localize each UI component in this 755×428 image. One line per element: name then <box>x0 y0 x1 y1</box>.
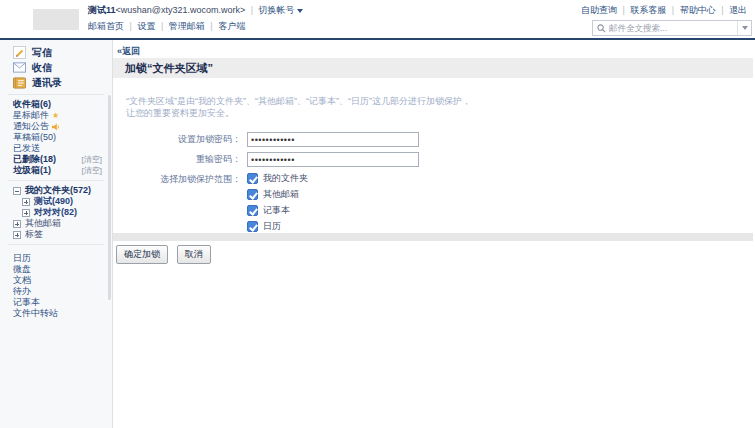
folder-sent[interactable]: 已发送 <box>0 143 112 154</box>
search-input[interactable] <box>609 23 737 33</box>
folder-label: 收件箱(6) <box>13 99 51 110</box>
separator: | <box>721 5 723 15</box>
lock-password-input[interactable] <box>247 132 419 147</box>
app-label: 微盘 <box>13 264 31 274</box>
checkbox-label: 我的文件夹 <box>263 172 308 185</box>
checkbox-checked-icon[interactable] <box>247 221 258 232</box>
sidebar-item-documents[interactable]: 文档 <box>0 275 112 286</box>
sidebar-item-file-transfer[interactable]: 文件中转站 <box>0 308 112 319</box>
folder-deleted[interactable]: 已删除(18) [清空] <box>0 154 112 165</box>
folder-label: 草稿箱(50) <box>13 132 56 143</box>
tree-my-folders[interactable]: 我的文件夹(572) <box>0 185 112 196</box>
separator: | <box>161 21 163 31</box>
folder-starred[interactable]: 星标邮件 <box>0 110 112 121</box>
check-mail-button[interactable]: 收信 <box>0 60 112 75</box>
account-address: <wushan@xty321.wocom.work> <box>116 5 246 15</box>
cancel-button[interactable]: 取消 <box>177 245 211 264</box>
app-label: 待办 <box>13 286 31 296</box>
mail-envelope-icon <box>13 62 26 73</box>
checkbox-notepad[interactable]: 记事本 <box>247 204 308 217</box>
nav-client-link[interactable]: 客户端 <box>218 21 245 31</box>
sidebar-item-notepad[interactable]: 记事本 <box>0 297 112 308</box>
nav-mail-home-link[interactable]: 邮箱首页 <box>88 21 124 31</box>
webmail-app: 测试11<wushan@xty321.wocom.work> | 切换帐号 邮箱… <box>0 0 755 428</box>
empty-deleted-link[interactable]: [清空] <box>82 154 102 165</box>
protect-range-label: 选择加锁保护范围： <box>113 172 247 236</box>
speaker-icon <box>52 123 60 131</box>
confirm-lock-button[interactable]: 确定加锁 <box>116 245 168 264</box>
app-label: 文档 <box>13 275 31 285</box>
tree-other-mailboxes[interactable]: 其他邮箱 <box>0 218 112 229</box>
tree-label: 我的文件夹(572) <box>25 185 91 196</box>
divider <box>8 94 104 95</box>
folder-label: 已删除(18) <box>13 154 56 165</box>
separator: | <box>622 5 624 15</box>
protect-range-options: 我的文件夹 其他邮箱 记事本 日历 <box>247 172 308 236</box>
empty-spam-link[interactable]: [清空] <box>82 165 102 176</box>
check-mail-label: 收信 <box>32 61 52 75</box>
password-label: 设置加锁密码： <box>113 132 247 147</box>
expand-icon[interactable] <box>13 220 21 228</box>
expand-icon[interactable] <box>22 209 30 217</box>
account-name: 测试11 <box>88 5 116 15</box>
expand-icon[interactable] <box>22 198 30 206</box>
checkbox-checked-icon[interactable] <box>247 173 258 184</box>
tree-folder-test[interactable]: 测试(490) <box>0 196 112 207</box>
star-icon <box>49 110 59 121</box>
checkbox-label: 其他邮箱 <box>263 188 299 201</box>
nav-settings-link[interactable]: 设置 <box>137 21 155 31</box>
sidebar-item-weipan[interactable]: 微盘 <box>0 264 112 275</box>
app-list: 日历 微盘 文档 待办 记事本 文件中转站 <box>0 253 112 319</box>
tree-folder-duiduidui[interactable]: 对对对(82) <box>0 207 112 218</box>
description-text: “文件夹区域”是由“我的文件夹”、“其他邮箱”、“记事本”、“日历”这几部分进行… <box>126 95 476 119</box>
folder-label: 星标邮件 <box>13 110 49 121</box>
search-box[interactable] <box>592 20 752 36</box>
lock-form: 设置加锁密码： 重输密码： 选择加锁保护范围： 我的文件夹 <box>113 132 755 236</box>
separator: | <box>130 21 132 31</box>
app-label: 日历 <box>13 253 31 263</box>
folder-drafts[interactable]: 草稿箱(50) <box>0 132 112 143</box>
top-right-links: 自助查询 | 联系客服 | 帮助中心 | 退出 <box>581 4 747 17</box>
contacts-button[interactable]: 通讯录 <box>0 75 112 90</box>
help-center-link[interactable]: 帮助中心 <box>680 5 716 15</box>
confirm-password-label: 重输密码： <box>113 152 247 167</box>
expand-icon[interactable] <box>13 231 21 239</box>
checkbox-other-mailboxes[interactable]: 其他邮箱 <box>247 188 308 201</box>
compose-label: 写信 <box>32 46 52 60</box>
contact-support-link[interactable]: 联系客服 <box>630 5 666 15</box>
back-link[interactable]: «返回 <box>117 45 140 58</box>
self-service-link[interactable]: 自助查询 <box>581 5 617 15</box>
account-info: 测试11<wushan@xty321.wocom.work> | 切换帐号 邮箱… <box>88 4 303 33</box>
page-title: 加锁“文件夹区域” <box>113 58 753 78</box>
separator: | <box>672 5 674 15</box>
sidebar-item-calendar[interactable]: 日历 <box>0 253 112 264</box>
checkbox-checked-icon[interactable] <box>247 205 258 216</box>
folder-label: 已发送 <box>13 143 40 154</box>
switch-account-link[interactable]: 切换帐号 <box>259 5 295 15</box>
compose-button[interactable]: 写信 <box>0 45 112 60</box>
folder-inbox[interactable]: 收件箱(6) <box>0 99 112 110</box>
main-layout: 写信 收信 通讯录 收件箱(6) 星标邮件 通知公告 <box>0 40 755 428</box>
checkbox-calendar[interactable]: 日历 <box>247 220 308 233</box>
tree-label: 标签 <box>25 229 43 240</box>
sidebar-scrollbar[interactable] <box>108 95 111 300</box>
logo-placeholder <box>33 9 79 30</box>
divider <box>8 244 104 245</box>
main-content: «返回 加锁“文件夹区域” “文件夹区域”是由“我的文件夹”、“其他邮箱”、“记… <box>113 40 755 428</box>
folder-announcements[interactable]: 通知公告 <box>0 121 112 132</box>
logout-link[interactable]: 退出 <box>729 5 747 15</box>
separator: | <box>251 5 253 15</box>
checkbox-my-folders[interactable]: 我的文件夹 <box>247 172 308 185</box>
sidebar: 写信 收信 通讯录 收件箱(6) 星标邮件 通知公告 <box>0 40 113 428</box>
sidebar-item-todo[interactable]: 待办 <box>0 286 112 297</box>
tree-label: 测试(490) <box>34 196 73 207</box>
search-scope-dropdown[interactable] <box>737 21 751 35</box>
search-icon <box>597 24 606 33</box>
folder-spam[interactable]: 垃圾箱(1) [清空] <box>0 165 112 176</box>
tree-tags[interactable]: 标签 <box>0 229 112 240</box>
tree-label: 其他邮箱 <box>25 218 61 229</box>
collapse-icon[interactable] <box>13 187 21 195</box>
nav-manage-mailbox-link[interactable]: 管理邮箱 <box>169 21 205 31</box>
confirm-password-input[interactable] <box>247 152 419 167</box>
checkbox-checked-icon[interactable] <box>247 189 258 200</box>
